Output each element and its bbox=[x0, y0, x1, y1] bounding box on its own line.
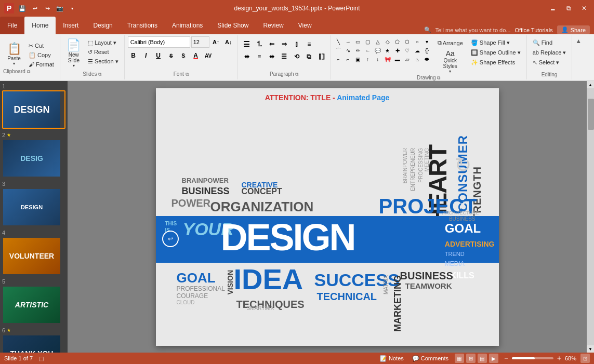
fit-to-window-button[interactable]: ⊡ bbox=[580, 354, 590, 363]
char-spacing-button[interactable]: AV bbox=[203, 50, 214, 61]
shape-diamond[interactable]: ◇ bbox=[384, 37, 392, 46]
tab-home[interactable]: Home bbox=[24, 17, 56, 34]
shapes-more[interactable]: ▾ bbox=[423, 37, 431, 46]
paste-button[interactable]: 📋 Paste ▾ bbox=[3, 39, 25, 69]
arrange-button[interactable]: ⧉ Arrange bbox=[435, 38, 465, 47]
italic-button[interactable]: I bbox=[140, 50, 152, 61]
text-direction-button[interactable]: ⟲ bbox=[291, 51, 302, 62]
scroll-track[interactable] bbox=[587, 88, 594, 345]
select-button[interactable]: ↖ Select ▾ bbox=[530, 58, 569, 67]
shape-cross[interactable]: ✚ bbox=[393, 46, 402, 55]
comments-button[interactable]: 💬 Comments bbox=[410, 355, 451, 362]
shape-block[interactable]: ▬ bbox=[393, 55, 402, 63]
copy-button[interactable]: 📋 Copy bbox=[26, 51, 57, 60]
font-color-button[interactable]: A bbox=[190, 50, 202, 61]
tab-view[interactable]: View bbox=[291, 17, 319, 34]
slide-5-thumb[interactable]: ARTISTIC bbox=[2, 286, 65, 324]
tell-me-input[interactable]: Tell me what you want to do... bbox=[435, 27, 511, 33]
text-shadow-button[interactable]: S bbox=[178, 50, 189, 61]
undo-button[interactable]: ↩ bbox=[30, 3, 40, 14]
tab-insert[interactable]: Insert bbox=[56, 17, 86, 34]
shape-corner[interactable]: ⌐ bbox=[344, 55, 352, 63]
slide-sorter-button[interactable]: ⊞ bbox=[466, 354, 476, 363]
text-align-button[interactable]: ⧉ bbox=[303, 51, 315, 62]
reading-view-button[interactable]: ▤ bbox=[478, 354, 487, 363]
shape-curve[interactable]: ∿ bbox=[344, 46, 352, 55]
shape-line[interactable]: ╲ bbox=[334, 37, 342, 46]
custom-button[interactable]: 📷 bbox=[55, 3, 65, 14]
font-family-input[interactable] bbox=[128, 36, 190, 48]
close-button[interactable]: ✕ bbox=[578, 3, 590, 14]
align-left-button[interactable]: ⬌ bbox=[241, 51, 253, 62]
bullets-button[interactable]: ☰ bbox=[241, 38, 253, 50]
cut-button[interactable]: ✂ Cut bbox=[26, 42, 57, 50]
align-center-button[interactable]: ≡ bbox=[254, 51, 265, 62]
shape-pentagon[interactable]: ⬠ bbox=[393, 37, 402, 46]
shape-arrow[interactable]: → bbox=[344, 37, 352, 46]
quick-styles-button[interactable]: Aa QuickStyles ▾ bbox=[435, 48, 465, 75]
font-shrink-button[interactable]: A↓ bbox=[223, 36, 234, 48]
increase-indent-button[interactable]: ⇒ bbox=[279, 38, 290, 50]
scroll-thumb[interactable] bbox=[588, 99, 594, 130]
paste-dropdown-arrow[interactable]: ▾ bbox=[13, 61, 15, 66]
format-painter-button[interactable]: 🖌 Format bbox=[26, 60, 57, 69]
zoom-plus-button[interactable]: ＋ bbox=[556, 354, 563, 363]
shape-ribbon[interactable]: 🎀 bbox=[384, 55, 392, 63]
font-size-input[interactable]: 12 bbox=[191, 36, 209, 48]
shape-parallelogram[interactable]: ▱ bbox=[403, 55, 412, 63]
shape-outline-button[interactable]: 🔲 Shape Outline ▾ bbox=[468, 48, 523, 57]
slide-3-thumb[interactable]: DESIGN bbox=[2, 188, 65, 226]
ribbon-collapse-button[interactable]: ▲ bbox=[572, 35, 585, 79]
normal-view-button[interactable]: ▦ bbox=[455, 354, 464, 363]
vertical-scrollbar[interactable]: ▲ ▼ bbox=[587, 81, 594, 353]
font-grow-button[interactable]: A↑ bbox=[210, 36, 222, 48]
replace-button[interactable]: ab Replace ▾ bbox=[530, 48, 569, 57]
zoom-bar[interactable] bbox=[512, 357, 553, 359]
redo-button[interactable]: ↪ bbox=[42, 3, 52, 14]
shape-down-arrow[interactable]: ↓ bbox=[374, 55, 382, 63]
zoom-level[interactable]: 68% bbox=[565, 355, 576, 361]
shape-bevel[interactable]: ▣ bbox=[354, 55, 362, 63]
share-button[interactable]: 👤 Share bbox=[557, 25, 590, 34]
section-button[interactable]: ☰ Section ▾ bbox=[85, 57, 121, 66]
reset-button[interactable]: ↺ Reset bbox=[85, 48, 121, 57]
slide-6-thumb[interactable]: THANK YOU bbox=[2, 334, 65, 353]
tab-slideshow[interactable]: Slide Show bbox=[210, 17, 256, 34]
underline-button[interactable]: U bbox=[153, 50, 164, 61]
tab-design[interactable]: Design bbox=[86, 17, 120, 34]
scroll-up-button[interactable]: ▲ bbox=[587, 81, 594, 88]
strikethrough-button[interactable]: S̶ bbox=[165, 50, 177, 61]
restore-button[interactable]: ⧉ bbox=[563, 3, 574, 14]
save-button[interactable]: 💾 bbox=[17, 3, 28, 14]
shape-rect[interactable]: ▭ bbox=[354, 37, 362, 46]
tab-transitions[interactable]: Transitions bbox=[120, 17, 165, 34]
justify-button[interactable]: ☰ bbox=[279, 51, 290, 62]
shape-arc[interactable]: ⌒ bbox=[334, 46, 342, 55]
office-tutorials-link[interactable]: Office Tutorials bbox=[514, 27, 552, 33]
shape-fill-button[interactable]: 🪣 Shape Fill ▾ bbox=[468, 38, 523, 47]
layout-button[interactable]: ⬚ Layout ▾ bbox=[85, 38, 121, 47]
slide-2-thumb[interactable]: DESIG bbox=[2, 139, 65, 178]
decrease-indent-button[interactable]: ⇐ bbox=[266, 38, 278, 50]
slide-canvas[interactable]: ATTENTION: TITLE - Animated Page HEART C… bbox=[156, 88, 499, 346]
shape-effects-button[interactable]: ✨ Shape Effects bbox=[468, 58, 523, 67]
shape-cylinder[interactable]: ⬬ bbox=[423, 55, 431, 63]
tab-animations[interactable]: Animations bbox=[165, 17, 210, 34]
quick-access-dropdown[interactable]: ▾ bbox=[67, 3, 77, 14]
scroll-down-button[interactable]: ▼ bbox=[587, 345, 594, 353]
shape-freeform[interactable]: ✏ bbox=[354, 46, 362, 55]
shape-heart[interactable]: ♡ bbox=[403, 46, 412, 55]
slide-1-thumb[interactable]: DESIGN bbox=[2, 90, 65, 129]
shape-brace[interactable]: ⌐ bbox=[334, 55, 342, 63]
shape-up-arrow[interactable]: ↑ bbox=[364, 55, 372, 63]
minimize-button[interactable]: 🗕 bbox=[547, 3, 559, 14]
zoom-minus-button[interactable]: － bbox=[503, 354, 510, 363]
new-slide-button[interactable]: 📄 NewSlide ▾ bbox=[63, 36, 84, 70]
slideshow-button[interactable]: ▶ bbox=[489, 354, 498, 363]
shape-bracket[interactable]: {} bbox=[423, 46, 431, 55]
shape-round-rect[interactable]: ▢ bbox=[364, 37, 372, 46]
columns-button[interactable]: ⫿ bbox=[291, 38, 302, 50]
shape-left-arrow[interactable]: ← bbox=[364, 46, 372, 55]
line-spacing-button[interactable]: ≡ bbox=[303, 38, 315, 50]
notes-button[interactable]: 📝 Notes bbox=[378, 355, 406, 362]
